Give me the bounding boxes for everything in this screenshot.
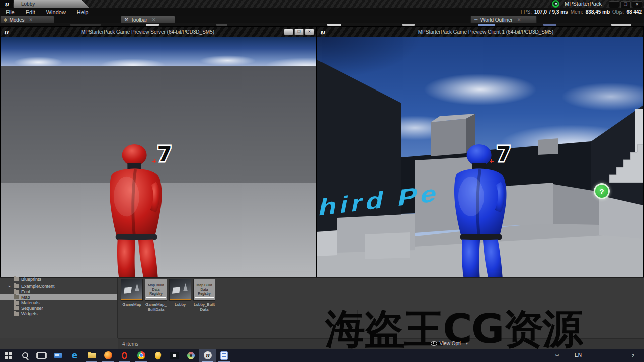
registry-thumb-text: Map Build Data Registry <box>146 283 166 296</box>
taskbar-item-unreal-engine[interactable]: u <box>199 349 216 362</box>
windows-logo-icon <box>5 352 12 359</box>
client-window-titlebar[interactable]: u MPStarterPack Game Preview Client 1 (6… <box>317 27 643 37</box>
folder-map[interactable]: Map <box>0 294 117 300</box>
server-ammo-value: 7 <box>157 142 172 166</box>
objs-label: Objs: <box>612 9 624 15</box>
registry-thumb-text: Map Build Data Registry <box>195 283 214 296</box>
client-game-viewport[interactable]: hird Pe ? <box>317 37 643 277</box>
unreal-logo-icon: u <box>1 28 12 36</box>
taskbar-item-laptop-app[interactable] <box>50 349 66 362</box>
folder-font[interactable]: Font <box>0 289 117 294</box>
close-button[interactable]: ✕ <box>305 29 314 35</box>
folder-icon <box>14 290 19 294</box>
close-tab-icon[interactable]: ✕ <box>152 17 156 22</box>
crosshair-icon <box>490 159 494 163</box>
taskbar-item-video-app[interactable] <box>166 349 183 362</box>
asset-label: Lobby_Built Data <box>192 302 216 312</box>
tray-language-indicator[interactable]: EN <box>575 352 582 358</box>
taskbar-item-chrome[interactable] <box>133 349 149 362</box>
menu-help[interactable]: Help <box>71 9 94 15</box>
paint-app-icon <box>187 352 195 359</box>
menu-edit[interactable]: Edit <box>20 9 41 15</box>
folder-icon <box>14 301 19 305</box>
search-icon <box>22 352 28 358</box>
folder-blueprints[interactable]: Blueprints <box>0 276 117 282</box>
performance-stats: FPS: 107,0 / 9,3 ms Mem: 838,45 mb Objs:… <box>521 8 642 16</box>
close-button[interactable]: ✕ <box>632 1 642 8</box>
close-tab-icon[interactable]: ✕ <box>517 17 521 22</box>
level-tab-lobby[interactable]: Lobby <box>14 0 90 8</box>
taskbar-item-word-doc[interactable] <box>216 349 232 362</box>
folder-examplecontent[interactable]: ▸ ExampleContent <box>0 283 117 289</box>
toolbar-chip <box>146 24 159 26</box>
objs-value: 68 442 <box>626 9 642 15</box>
app-green-icon <box>552 0 560 8</box>
maximize-button[interactable]: ❐ <box>294 29 304 35</box>
minimize-button[interactable]: – <box>609 1 619 8</box>
folder-materials[interactable]: Materials <box>0 300 117 305</box>
tab-modes[interactable]: ψ Modes ✕ <box>0 16 54 23</box>
chrome-icon <box>137 351 145 359</box>
maximize-button[interactable]: ❐ <box>620 1 631 8</box>
minimize-button[interactable]: – <box>284 29 293 35</box>
asset-label: Lobby <box>168 302 192 307</box>
start-button[interactable] <box>0 349 17 362</box>
menu-window[interactable]: Window <box>41 9 71 15</box>
folder-icon <box>14 284 19 288</box>
green-ring-icon <box>552 0 559 8</box>
asset-label: GameMap_ BuiltData <box>144 302 168 312</box>
folder-label: Sequenser <box>21 306 43 311</box>
asset-lobby[interactable]: Lobby <box>168 279 192 307</box>
crosshair-icon <box>152 159 156 163</box>
folder-icon <box>14 295 19 299</box>
menu-bar: File Edit Window Help FPS: 107,0 / 9,3 m… <box>0 8 644 16</box>
fps-label: FPS: <box>521 9 532 15</box>
taskbar-item-edge[interactable]: e <box>66 349 83 362</box>
taskbar-item-file-explorer[interactable] <box>83 349 100 362</box>
tab-toolbar[interactable]: ⚒ Toolbar ✕ <box>121 16 175 23</box>
taskbar-search-button[interactable] <box>17 349 33 362</box>
server-window-titlebar[interactable]: u MPStarterPack Game Preview Server (64-… <box>1 27 316 37</box>
asset-lobby-builtdata[interactable]: Map Build Data Registry Lobby_Built Data <box>192 279 216 312</box>
editor-titlebar[interactable]: u Lobby MPStarterPack – ❐ ✕ <box>0 0 644 8</box>
asset-gamemap-builtdata[interactable]: Map Build Data Registry GameMap_ BuiltDa… <box>144 279 168 312</box>
outliner-icon: ☰ <box>474 17 478 22</box>
level-thumbnail <box>121 279 143 301</box>
taskbar-item-opera[interactable] <box>116 349 133 362</box>
laptop-app-icon <box>54 353 62 358</box>
task-view-button[interactable] <box>33 349 50 362</box>
server-window-controls: – ❐ ✕ <box>284 29 314 35</box>
server-game-viewport[interactable]: 7 <box>1 37 316 277</box>
menu-file[interactable]: File <box>0 9 20 15</box>
opera-icon <box>122 352 127 359</box>
edge-icon: e <box>72 350 78 360</box>
expand-arrow-icon[interactable]: ▸ <box>9 284 11 288</box>
editor-window-controls: – ❐ ✕ <box>609 1 642 8</box>
asset-gamemap[interactable]: GameMap <box>120 279 144 307</box>
tab-modes-label: Modes <box>9 17 24 23</box>
ms-value: / 9,3 ms <box>549 9 568 15</box>
registry-thumbnail: Map Build Data Registry <box>193 279 215 301</box>
taskbar-item-photo-app[interactable] <box>149 349 166 362</box>
photo-app-icon <box>154 351 162 359</box>
question-pickup-icon: ? <box>594 183 610 199</box>
taskbar-item-paint-app[interactable] <box>183 349 199 362</box>
mem-value: 838,45 mb <box>586 9 610 15</box>
modes-icon: ψ <box>4 17 7 22</box>
folder-widgets[interactable]: Widgets <box>0 311 117 316</box>
close-tab-icon[interactable]: ✕ <box>29 17 33 22</box>
tab-world-outliner[interactable]: ☰ World Outliner ✕ <box>470 16 537 23</box>
folder-icon <box>14 306 19 310</box>
tray-notification-badge[interactable]: 2 <box>632 353 634 358</box>
view-options-button[interactable]: View Opti ▾ <box>431 340 470 347</box>
chevron-down-icon[interactable]: ▾ <box>463 340 470 347</box>
tray-touchpad-icon[interactable]: ▭ <box>555 352 559 357</box>
folder-tree: Blueprints ▸ ExampleContent Font Map Mat… <box>0 278 118 338</box>
eye-icon <box>431 341 437 346</box>
folder-sequenser[interactable]: Sequenser <box>0 305 117 311</box>
folder-label: Font <box>21 289 30 294</box>
taskbar-item-firefox[interactable] <box>100 349 116 362</box>
client-preview-window: u MPStarterPack Game Preview Client 1 (6… <box>316 26 644 277</box>
items-count: 4 items <box>122 341 138 347</box>
fps-value: 107,0 <box>534 9 547 15</box>
